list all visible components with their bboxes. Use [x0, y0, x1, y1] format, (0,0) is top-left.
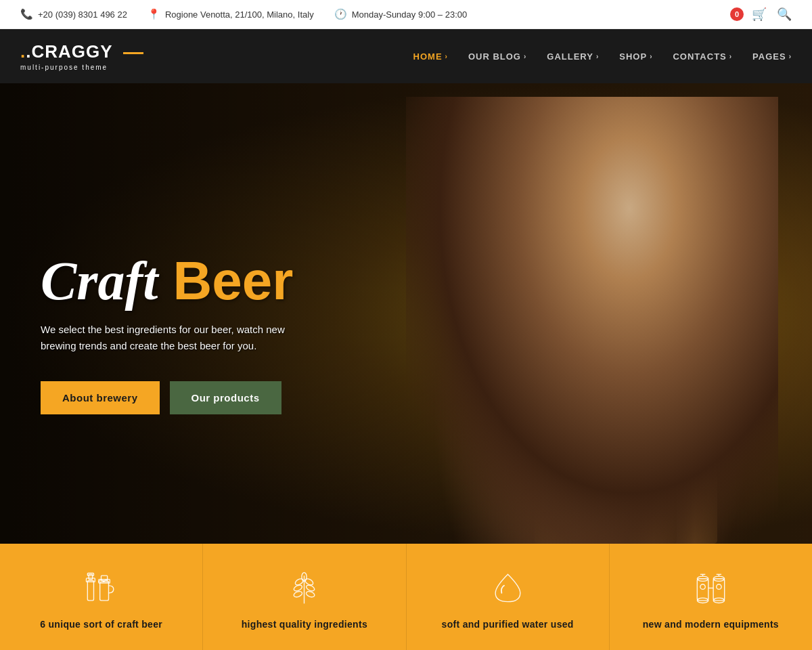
logo-tagline: multi-purpose theme [20, 64, 143, 71]
bottle-icon [81, 567, 122, 608]
person-gradient [406, 97, 778, 544]
hero-title: Craft Beer [41, 254, 311, 308]
feature-water-label: soft and purified water used [442, 618, 574, 632]
hero-content: Craft Beer We select the best ingredient… [0, 83, 352, 544]
svg-point-13 [306, 590, 316, 598]
feature-craft-beer: 6 unique sort of craft beer [0, 544, 203, 650]
nav-contacts[interactable]: CONTACTS › [673, 51, 732, 62]
features-bar: 6 unique sort of craft beer highest qual… [0, 544, 812, 650]
address-text: Rogione Venotta, 21/100, Milano, Italy [165, 9, 314, 20]
equipment-icon [690, 567, 731, 608]
hours-text: Monday-Sunday 9:00 – 23:00 [352, 9, 468, 20]
svg-point-10 [293, 590, 303, 598]
phone-text: +20 (039) 8301 496 22 [38, 9, 127, 20]
nav-gallery[interactable]: GALLERY › [547, 51, 599, 62]
address-item: 📍 Rogione Venotta, 21/100, Milano, Italy [148, 8, 314, 20]
logo-dot: . [20, 41, 26, 62]
svg-point-18 [700, 584, 705, 589]
wheat-icon [284, 567, 325, 608]
nav-shop[interactable]: SHOP › [619, 51, 652, 62]
hero-title-craft: Craft [41, 251, 158, 311]
chevron-icon: › [596, 53, 599, 60]
svg-point-23 [717, 584, 721, 589]
phone-icon: 📞 [20, 8, 33, 20]
nav-blog[interactable]: OUR BLOG › [468, 51, 526, 62]
clock-icon: 🕐 [334, 8, 347, 20]
hero-buttons: About brewery Our products [41, 381, 311, 414]
chevron-icon: › [650, 53, 652, 60]
cart-badge: 0 [730, 7, 744, 21]
chevron-icon: › [789, 53, 792, 60]
hero-title-beer: Beer [173, 251, 294, 311]
search-icon[interactable]: 🔍 [777, 7, 792, 22]
hero-section: Craft Beer We select the best ingredient… [0, 83, 812, 544]
cart-area[interactable]: 0 🛒 [730, 7, 767, 22]
svg-rect-0 [87, 580, 93, 600]
nav-home[interactable]: HOME › [413, 51, 448, 62]
feature-equipment: new and modern equipments [610, 544, 812, 650]
hero-subtitle: We select the best ingredients for our b… [41, 322, 311, 354]
header: ..CRAGGY multi-purpose theme HOME › OUR … [0, 29, 812, 83]
about-brewery-button[interactable]: About brewery [41, 381, 160, 414]
logo-dash [123, 52, 143, 54]
feature-equipment-label: new and modern equipments [643, 618, 779, 632]
feature-craft-beer-label: 6 unique sort of craft beer [40, 618, 162, 632]
feature-ingredients: highest quality ingredients [203, 544, 406, 650]
location-icon: 📍 [148, 8, 160, 20]
svg-rect-4 [100, 582, 109, 601]
svg-rect-2 [89, 574, 93, 579]
phone-item: 📞 +20 (039) 8301 496 22 [20, 8, 127, 20]
feature-ingredients-label: highest quality ingredients [242, 618, 367, 632]
hours-item: 🕐 Monday-Sunday 9:00 – 23:00 [334, 8, 468, 20]
nav-pages[interactable]: PAGES › [752, 51, 792, 62]
chevron-icon: › [524, 53, 526, 60]
cart-icon[interactable]: 🛒 [752, 7, 767, 22]
chevron-icon: › [729, 53, 732, 60]
svg-point-9 [293, 584, 303, 592]
hero-person [406, 97, 778, 544]
top-bar: 📞 +20 (039) 8301 496 22 📍 Rogione Venott… [0, 0, 812, 29]
svg-point-12 [306, 584, 316, 592]
our-products-button[interactable]: Our products [170, 381, 281, 414]
top-bar-info: 📞 +20 (039) 8301 496 22 📍 Rogione Venott… [20, 8, 467, 20]
drop-icon [487, 567, 528, 608]
main-nav: HOME › OUR BLOG › GALLERY › SHOP › CONTA… [413, 51, 792, 62]
top-bar-actions: 0 🛒 🔍 [730, 7, 792, 22]
logo-text: ..CRAGGY [20, 41, 143, 62]
logo: ..CRAGGY multi-purpose theme [20, 41, 143, 71]
chevron-icon: › [445, 53, 448, 60]
feature-water: soft and purified water used [407, 544, 610, 650]
